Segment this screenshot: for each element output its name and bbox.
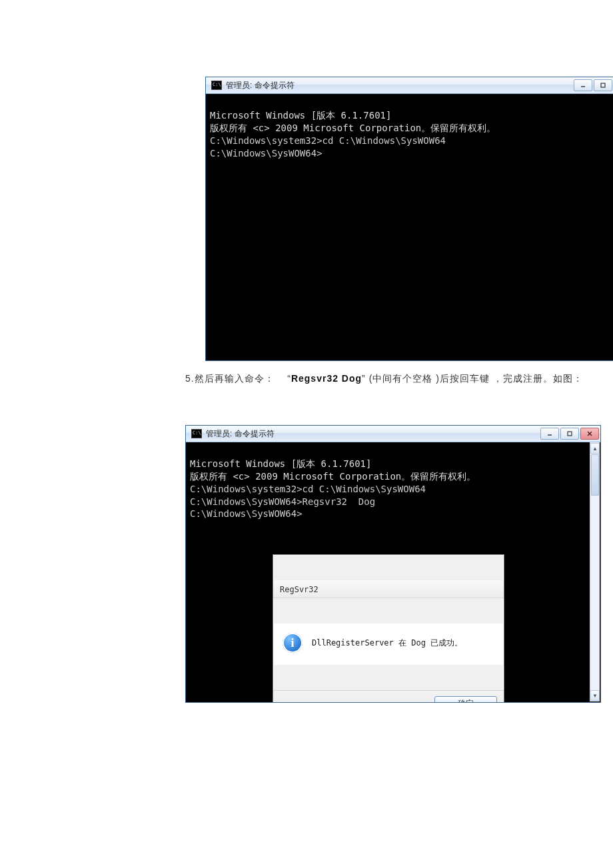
console-line: C:\Windows\system32>cd C:\Windows\SysWOW… [190,483,590,496]
maximize-button[interactable] [560,428,579,440]
cmd-titlebar-1[interactable]: 管理员: 命令提示符 [206,77,613,94]
dialog-body: i DllRegisterServer 在 Dog 已成功。 [273,624,504,665]
instruction-command: Regsvr32 Dog [291,373,362,384]
instruction-prefix: 5.然后再输入命令： [185,373,275,384]
quote-close: ” [362,373,366,384]
info-icon: i [283,633,303,653]
cmd-body-1: Microsoft Windows [版本 6.1.7601]版权所有 <c> … [206,94,613,360]
cmd-window-2: 管理员: 命令提示符 Microsoft Windows [版本 6.1.760… [185,425,601,703]
scrollbar[interactable]: ▲ ▼ [590,442,600,701]
scroll-up-icon[interactable]: ▲ [590,443,600,454]
svg-rect-1 [601,83,605,87]
cmd-icon [191,429,202,438]
scroll-down-icon[interactable]: ▼ [590,690,600,701]
minimize-button[interactable] [574,79,592,91]
close-button[interactable] [580,428,599,440]
console-line: C:\Windows\system32>cd C:\Windows\SysWOW… [210,135,610,147]
dialog-title[interactable]: RegSvr32 [273,580,504,598]
scroll-thumb[interactable] [591,454,599,496]
console-line: C:\Windows\SysWOW64> [210,147,610,160]
window-controls-1 [574,79,612,91]
maximize-button[interactable] [594,79,612,91]
scroll-track[interactable] [590,454,600,689]
instruction-step-5: 5.然后再输入命令： “Regsvr32 Dog” (中间有个空格 )后按回车键… [185,373,613,385]
cmd-window-1: 管理员: 命令提示符 Microsoft Windows [版本 6.1.760… [205,77,613,361]
window-controls-2 [540,428,599,440]
console-line: Microsoft Windows [版本 6.1.7601] [210,109,610,122]
document-page: 管理员: 命令提示符 Microsoft Windows [版本 6.1.760… [0,0,613,703]
regsvr32-dialog: RegSvr32 i DllRegisterServer 在 Dog 已成功。 … [273,554,504,702]
cmd-titlebar-2[interactable]: 管理员: 命令提示符 [186,426,600,442]
cmd-icon [211,81,222,90]
cmd-title-text-2: 管理员: 命令提示符 [206,428,540,440]
console-line: 版权所有 <c> 2009 Microsoft Corporation。保留所有… [210,122,610,135]
console-line: C:\Windows\SysWOW64> [190,508,590,520]
cmd-body-2: Microsoft Windows [版本 6.1.7601]版权所有 <c> … [186,442,600,702]
console-line: C:\Windows\SysWOW64>Regsvr32 Dog [190,496,590,508]
dialog-message: DllRegisterServer 在 Dog 已成功。 [312,638,462,648]
minimize-button[interactable] [540,428,559,440]
svg-rect-3 [568,432,572,436]
console-line: Microsoft Windows [版本 6.1.7601] [190,458,590,470]
instruction-tail: 后按回车键 ，完成注册。如图： [440,373,583,384]
ok-button[interactable]: 确定 [434,696,497,702]
dialog-footer: 确定 [273,690,504,702]
console-line: 版权所有 <c> 2009 Microsoft Corporation。保留所有… [190,470,590,483]
cmd-title-text-1: 管理员: 命令提示符 [226,80,574,91]
instruction-paren: (中间有个空格 ) [369,373,440,384]
